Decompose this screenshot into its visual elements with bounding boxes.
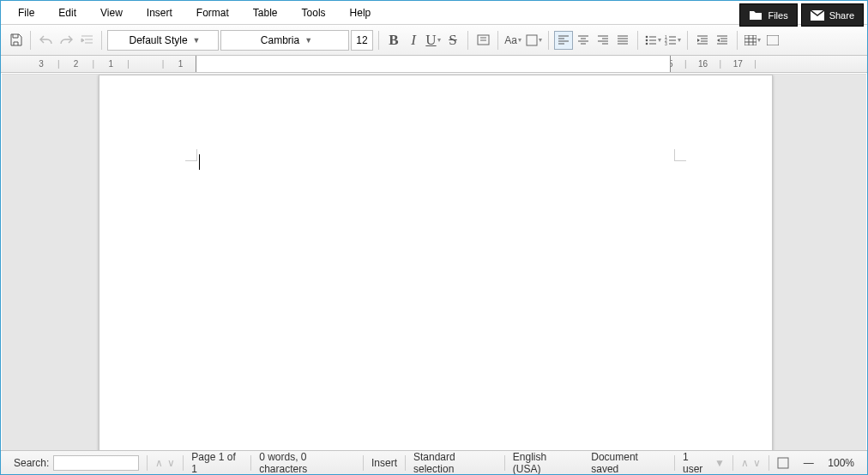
list-group: ▾ 123▾: [643, 31, 682, 50]
menu-format[interactable]: Format: [184, 3, 241, 22]
separator: [467, 31, 468, 50]
menu-tools[interactable]: Tools: [290, 3, 338, 22]
align-justify-icon: [617, 35, 629, 45]
bold-icon: B: [389, 32, 398, 49]
indent-inc-icon: [696, 35, 708, 45]
undo-button[interactable]: [36, 31, 55, 50]
find-prev-button[interactable]: ∧: [155, 457, 163, 469]
separator: [497, 31, 498, 50]
character-button[interactable]: Aa▾: [503, 31, 522, 50]
separator: [548, 31, 549, 50]
user-prev-button[interactable]: ∧: [741, 457, 749, 469]
save-icon: [9, 33, 22, 46]
users-status[interactable]: 1 user ▼: [675, 455, 733, 471]
chevron-down-icon: ▼: [193, 36, 201, 45]
status-bar: Search: ∧ ∨ Page 1 of 1 0 words, 0 chara…: [1, 450, 867, 474]
save-button[interactable]: [6, 31, 25, 50]
number-list-button[interactable]: 123▾: [663, 31, 682, 50]
menu-table[interactable]: Table: [241, 3, 290, 22]
zoom-value[interactable]: 100%: [828, 457, 854, 469]
insert-table-button[interactable]: ▾: [743, 31, 762, 50]
share-label: Share: [829, 10, 854, 21]
document-area[interactable]: [2, 74, 866, 450]
files-label: Files: [768, 10, 787, 21]
align-center-button[interactable]: [574, 31, 593, 50]
ruler-tick: 3: [25, 59, 57, 69]
horizontal-ruler[interactable]: 3| 2| 1| | 1| 2| 3| 4| 5| 6| 7| 8| 9| 10…: [1, 56, 867, 73]
svg-rect-10: [767, 35, 779, 45]
insert-image-button[interactable]: [763, 31, 782, 50]
align-center-icon: [577, 35, 589, 45]
bullet-list-button[interactable]: ▾: [643, 31, 662, 50]
format-paintbrush-button[interactable]: [77, 31, 96, 50]
ruler-tick: 1: [94, 59, 127, 69]
page[interactable]: [99, 75, 773, 450]
users-nav: ∧ ∨: [733, 455, 769, 471]
menu-edit[interactable]: Edit: [46, 3, 88, 22]
decrease-indent-button[interactable]: [713, 31, 732, 50]
wordcount-status[interactable]: 0 words, 0 characters: [251, 455, 364, 471]
margin-marker-top-left: [185, 149, 197, 161]
align-left-icon: [558, 35, 570, 45]
ruler-tick: 16: [687, 59, 720, 69]
align-left-button[interactable]: [554, 31, 573, 50]
underline-button[interactable]: U▾: [424, 31, 443, 50]
fit-page-icon[interactable]: [777, 457, 789, 469]
highlight-button[interactable]: ▾: [524, 31, 543, 50]
svg-point-4: [645, 39, 648, 41]
indent-group: [693, 31, 732, 50]
separator: [637, 31, 638, 50]
search-cell: Search:: [6, 455, 147, 471]
redo-button[interactable]: [57, 31, 75, 50]
image-icon: [767, 35, 779, 45]
separator: [101, 31, 102, 50]
redo-icon: [60, 34, 73, 45]
font-name-combo[interactable]: Cambria ▼: [220, 30, 349, 51]
menu-file[interactable]: File: [6, 3, 46, 22]
search-input[interactable]: [53, 455, 139, 471]
underline-icon: U: [425, 32, 436, 49]
chevron-down-icon: ▾: [658, 36, 661, 44]
search-label: Search:: [14, 457, 49, 469]
align-justify-button[interactable]: [613, 31, 632, 50]
character-icon: Aa: [504, 34, 517, 46]
separator: [378, 31, 379, 50]
menu-insert[interactable]: Insert: [135, 3, 184, 22]
share-button[interactable]: Share: [801, 3, 864, 27]
find-nav: ∧ ∨: [147, 455, 184, 471]
separator: [737, 31, 738, 50]
menu-help[interactable]: Help: [338, 3, 383, 22]
users-count: 1 user: [683, 451, 710, 475]
clear-formatting-button[interactable]: [473, 31, 492, 50]
chevron-down-icon: ▾: [518, 36, 521, 44]
paragraph-style-combo[interactable]: Default Style ▼: [107, 30, 219, 51]
strikethrough-button[interactable]: S: [443, 31, 462, 50]
align-right-button[interactable]: [594, 31, 612, 50]
ruler-tick: 1: [164, 59, 196, 69]
chevron-down-icon: ▼: [714, 457, 725, 469]
svg-rect-9: [744, 35, 756, 45]
increase-indent-button[interactable]: [693, 31, 712, 50]
selection-mode-status[interactable]: Standard selection: [406, 455, 505, 471]
save-status: Document saved: [583, 455, 675, 471]
zoom-out-button[interactable]: —: [804, 457, 814, 469]
menu-view[interactable]: View: [88, 3, 135, 22]
highlight-icon: [526, 34, 538, 46]
user-next-button[interactable]: ∨: [753, 457, 761, 469]
text-caret: [199, 154, 200, 170]
svg-point-5: [645, 42, 648, 45]
align-right-icon: [597, 35, 609, 45]
files-button[interactable]: Files: [739, 3, 797, 27]
bold-button[interactable]: B: [384, 31, 403, 50]
language-status[interactable]: English (USA): [505, 455, 583, 471]
align-group: [554, 31, 632, 50]
find-next-button[interactable]: ∨: [167, 457, 175, 469]
insert-mode-status[interactable]: Insert: [364, 455, 406, 471]
ruler-zero: [130, 59, 162, 69]
chevron-down-icon: ▾: [757, 36, 761, 44]
font-name-value: Cambria: [261, 34, 299, 46]
toolbar: Default Style ▼ Cambria ▼ 12 B I U▾ S Aa…: [1, 25, 867, 56]
page-status[interactable]: Page 1 of 1: [184, 455, 251, 471]
font-size-box[interactable]: 12: [351, 30, 373, 51]
italic-button[interactable]: I: [404, 31, 423, 50]
